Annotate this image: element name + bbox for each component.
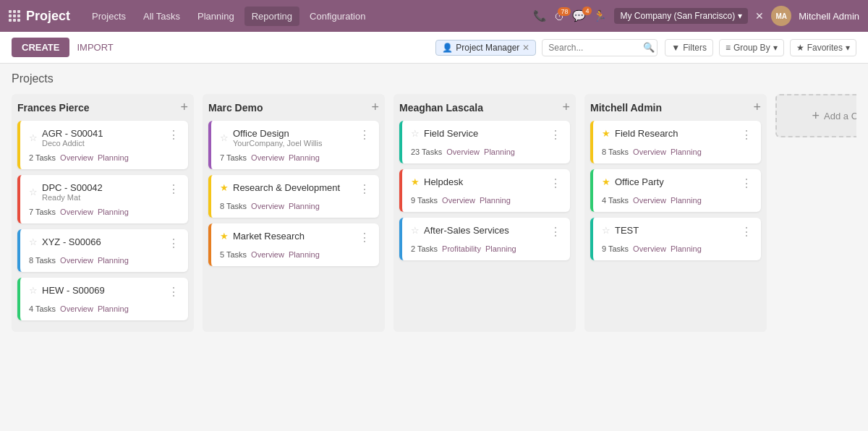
overview-link-market-research[interactable]: Overview: [251, 250, 284, 259]
card-more-office-design[interactable]: ⋮: [359, 128, 370, 142]
nav-projects[interactable]: Projects: [85, 7, 133, 26]
card-xyz: ☆ XYZ - S00066 ⋮ 8 Tasks Overview Planni…: [17, 229, 188, 272]
filters-btn[interactable]: ▼ Filters: [665, 39, 713, 56]
planning-link-helpdesk[interactable]: Planning: [480, 196, 511, 205]
search-icon: 🔍: [643, 42, 655, 53]
card-field-service: ☆ Field Service ⋮ 23 Tasks Overview Plan…: [399, 121, 570, 163]
planning-link-agr[interactable]: Planning: [98, 153, 129, 162]
fav-chevron-icon: ▾: [846, 43, 850, 53]
app-logo: Project: [26, 9, 70, 24]
nav-reporting[interactable]: Reporting: [244, 7, 299, 26]
planning-link-office-design[interactable]: Planning: [289, 153, 320, 162]
overview-link-field-research[interactable]: Overview: [633, 148, 666, 156]
nav-configuration[interactable]: Configuration: [302, 7, 373, 26]
tasks-count-hew: 4 Tasks: [29, 304, 56, 313]
overview-link-research-dev[interactable]: Overview: [251, 202, 284, 210]
chat-btn[interactable]: 💬 4: [572, 9, 586, 22]
planning-link-test[interactable]: Planning: [671, 244, 702, 253]
planning-link-office-party[interactable]: Planning: [671, 196, 702, 205]
kanban-board: Frances Pierce + ☆ AGR - S00041 Deco Add…: [12, 94, 856, 332]
add-col-plus-icon: +: [812, 108, 820, 124]
col-add-frances[interactable]: +: [180, 100, 188, 115]
overview-link-dpc[interactable]: Overview: [60, 208, 93, 216]
overview-link-office-design[interactable]: Overview: [251, 153, 284, 162]
card-footer-office-design: 7 Tasks Overview Planning: [220, 153, 370, 162]
timer-btn[interactable]: ⏱ 78: [554, 10, 565, 22]
overview-link-helpdesk[interactable]: Overview: [442, 196, 475, 205]
overview-link-office-party[interactable]: Overview: [633, 196, 666, 205]
card-more-field-research[interactable]: ⋮: [741, 128, 752, 142]
star-field-service[interactable]: ☆: [411, 128, 420, 139]
kanban-col-marc: Marc Demo + ☆ Office Design YourCompany,…: [203, 94, 385, 332]
card-subtitle-agr: Deco Addict: [42, 139, 103, 148]
planning-link-field-research[interactable]: Planning: [671, 148, 702, 156]
star-market-research[interactable]: ★: [220, 231, 229, 242]
nav-all-tasks[interactable]: All Tasks: [136, 7, 187, 26]
star-xyz[interactable]: ☆: [29, 236, 38, 247]
tasks-count-dpc: 7 Tasks: [29, 208, 56, 216]
star-research-dev[interactable]: ★: [220, 182, 229, 193]
card-footer-after-sales: 2 Tasks Profitability Planning: [411, 244, 561, 253]
card-footer-field-research: 8 Tasks Overview Planning: [602, 148, 752, 156]
card-more-market-research[interactable]: ⋮: [359, 231, 370, 244]
card-footer-research-dev: 8 Tasks Overview Planning: [220, 202, 370, 210]
star-office-party[interactable]: ★: [602, 176, 610, 187]
profitability-link-after-sales[interactable]: Profitability: [442, 244, 481, 253]
favorites-btn[interactable]: ★ Favorites ▾: [790, 39, 856, 56]
overview-link-field-service[interactable]: Overview: [446, 148, 480, 156]
card-more-research-dev[interactable]: ⋮: [359, 182, 370, 196]
star-field-research[interactable]: ★: [602, 128, 610, 139]
star-after-sales[interactable]: ☆: [411, 225, 420, 236]
overview-link-hew[interactable]: Overview: [60, 304, 93, 313]
import-button[interactable]: IMPORT: [77, 42, 113, 53]
col-add-meaghan[interactable]: +: [562, 100, 570, 115]
nav-planning[interactable]: Planning: [190, 7, 242, 26]
card-more-after-sales[interactable]: ⋮: [550, 225, 561, 239]
overview-link-agr[interactable]: Overview: [60, 153, 93, 162]
project-manager-chip[interactable]: 👤 Project Manager ✕: [435, 40, 536, 56]
planning-link-hew[interactable]: Planning: [98, 304, 129, 313]
planning-link-dpc[interactable]: Planning: [98, 208, 129, 216]
card-more-office-party[interactable]: ⋮: [741, 176, 752, 190]
col-add-marc[interactable]: +: [371, 100, 379, 115]
search-input[interactable]: [542, 39, 658, 56]
planning-link-after-sales[interactable]: Planning: [485, 244, 516, 253]
overview-link-xyz[interactable]: Overview: [60, 256, 93, 265]
card-footer-market-research: 5 Tasks Overview Planning: [220, 250, 370, 259]
phone-icon-btn[interactable]: 📞: [533, 9, 547, 22]
card-more-field-service[interactable]: ⋮: [550, 128, 561, 142]
card-more-test[interactable]: ⋮: [741, 225, 752, 239]
planning-link-market-research[interactable]: Planning: [289, 250, 320, 259]
card-more-xyz[interactable]: ⋮: [168, 236, 179, 250]
tasks-count-field-service: 23 Tasks: [411, 148, 442, 156]
card-more-helpdesk[interactable]: ⋮: [550, 176, 561, 190]
star-agr[interactable]: ☆: [29, 132, 38, 143]
company-selector[interactable]: My Company (San Francisco) ▾: [614, 8, 748, 24]
filter-chip-close[interactable]: ✕: [522, 43, 529, 53]
avatar: MA: [771, 6, 791, 26]
planning-link-research-dev[interactable]: Planning: [289, 202, 320, 210]
col-add-mitchell[interactable]: +: [753, 100, 761, 115]
card-dpc: ☆ DPC - S00042 Ready Mat ⋮ 7 Tasks Overv…: [17, 175, 188, 223]
star-helpdesk[interactable]: ★: [411, 176, 420, 187]
close-btn[interactable]: ✕: [755, 10, 764, 22]
card-more-dpc[interactable]: ⋮: [168, 182, 179, 196]
planning-link-field-service[interactable]: Planning: [484, 148, 515, 156]
add-column-btn[interactable]: + Add a Column: [775, 94, 856, 137]
card-title-hew: HEW - S00069: [42, 285, 105, 296]
activity-btn[interactable]: 🏃: [593, 9, 607, 22]
star-test[interactable]: ☆: [602, 225, 610, 236]
card-footer-agr: 2 Tasks Overview Planning: [29, 153, 179, 162]
kanban-col-meaghan: Meaghan Lascala + ☆ Field Service ⋮ 23 T…: [393, 94, 576, 332]
card-more-hew[interactable]: ⋮: [168, 285, 179, 299]
group-by-btn[interactable]: ≡ Group By ▾: [719, 39, 784, 56]
overview-link-test[interactable]: Overview: [633, 244, 666, 253]
star-hew[interactable]: ☆: [29, 285, 38, 296]
app-grid-icon[interactable]: [9, 10, 20, 22]
create-button[interactable]: CREATE: [12, 38, 69, 57]
star-office-design[interactable]: ☆: [220, 132, 229, 143]
star-dpc[interactable]: ☆: [29, 187, 38, 197]
planning-link-xyz[interactable]: Planning: [98, 256, 129, 265]
star-icon: ★: [796, 43, 804, 53]
card-more-agr[interactable]: ⋮: [168, 128, 179, 142]
